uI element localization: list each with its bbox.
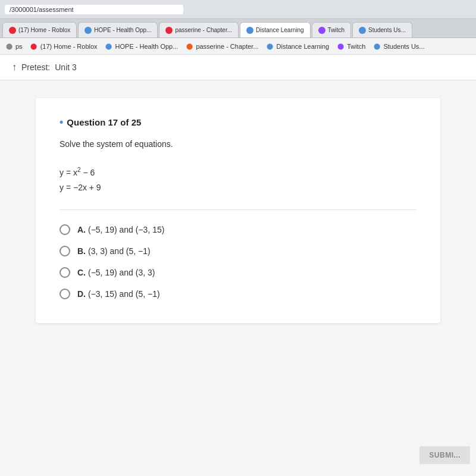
radio-b[interactable] [60,246,70,256]
question-area: • Question 17 of 25 Solve the system of … [36,98,440,323]
question-dot-icon: • [60,116,63,129]
browser-tab[interactable]: Twitch [312,22,351,37]
submit-button[interactable]: SUBMI... [419,446,470,464]
answer-label-c: C.(−5, 19) and (3, 3) [77,268,155,277]
upload-icon: ↑ [12,62,17,73]
answer-label-b: B.(3, 3) and (5, −1) [77,246,151,256]
radio-d[interactable] [60,289,70,299]
radio-a[interactable] [60,224,70,235]
pretest-unit: Unit 3 [55,62,77,72]
bookmark-item[interactable]: ⬤(17) Home - Roblox [30,42,98,51]
bookmark-item[interactable]: ⬤HOPE - Health Opp... [105,42,178,51]
page-content: ↑ Pretest: Unit 3 • Question 17 of 25 So… [0,55,476,476]
browser-tab[interactable]: HOPE - Health Opp... [78,22,158,37]
answer-choice-c[interactable]: C.(−5, 19) and (3, 3) [60,267,416,278]
question-number: • Question 17 of 25 [60,116,416,129]
bookmark-item[interactable]: ⬤passerine - Chapter... [185,42,258,51]
bookmark-item[interactable]: ⬤ps [5,42,23,51]
browser-tab[interactable]: (17) Home - Roblox [2,22,77,37]
answer-label-a: A.(−5, 19) and (−3, 15) [77,225,164,234]
pretest-label: Pretest: [21,62,50,72]
answer-choice-a[interactable]: A.(−5, 19) and (−3, 15) [60,224,416,235]
bookmark-item[interactable]: ⬤Students Us... [372,42,424,51]
radio-c[interactable] [60,267,70,278]
equation-1: y = x2 − 6 [60,165,416,180]
bookmarks-bar: ⬤ps⬤(17) Home - Roblox⬤HOPE - Health Opp… [0,38,476,55]
browser-tab[interactable]: Students Us... [352,22,412,37]
answer-choice-d[interactable]: D.(−3, 15) and (5, −1) [60,289,416,299]
answer-choices: A.(−5, 19) and (−3, 15) B.(3, 3) and (5,… [60,224,416,299]
bookmark-item[interactable]: ⬤Distance Learning [266,42,330,51]
pretest-header: ↑ Pretest: Unit 3 [0,55,476,80]
bookmark-item[interactable]: ⬤Twitch [336,42,365,51]
address-bar[interactable]: /3000001/assessment [5,5,183,14]
equations-block: y = x2 − 6 y = −2x + 9 [60,165,416,210]
answer-label-d: D.(−3, 15) and (5, −1) [77,289,160,299]
browser-tab[interactable]: passerine - Chapter... [159,22,239,37]
browser-top-bar: /3000001/assessment [0,0,476,19]
browser-tab[interactable]: Distance Learning [240,22,311,37]
question-text: Solve the system of equations. [60,138,416,151]
tabs-bar: (17) Home - RobloxHOPE - Health Opp...pa… [0,19,476,38]
equation-2: y = −2x + 9 [60,180,416,195]
answer-choice-b[interactable]: B.(3, 3) and (5, −1) [60,246,416,256]
